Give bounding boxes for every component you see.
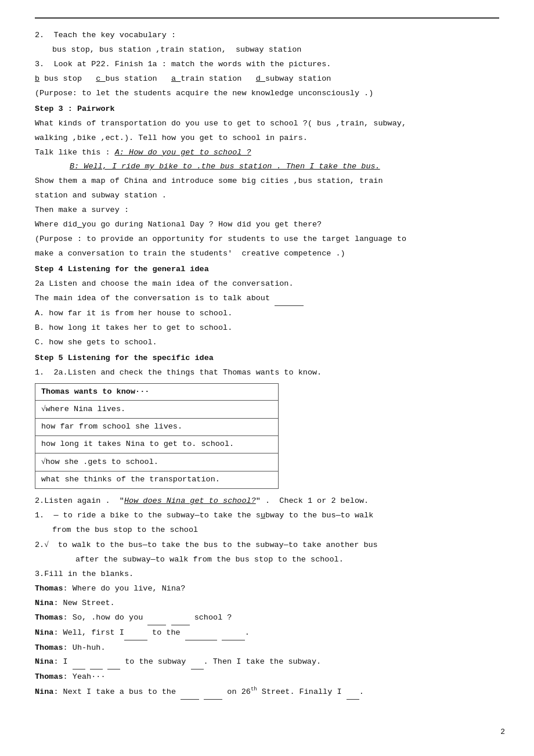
dialogue-nina-2: Nina: Well, first I to the .: [35, 627, 499, 640]
top-divider: [35, 17, 499, 19]
table-row-1: √where Nina lives.: [35, 401, 279, 419]
step3-line8: Where did you go during National Day ? H…: [35, 218, 499, 232]
step4-line2: The main idea of the conversation is to …: [35, 292, 499, 306]
step4-optB: B. how long it takes her to get to schoo…: [35, 322, 499, 335]
talk-A: A: How do you get to school ?: [115, 148, 251, 157]
dialogue-thomas-2: Thomas: So, .how do you school ?: [35, 611, 499, 625]
table-row-4: √how she .gets to school.: [35, 453, 279, 471]
dialogue-thomas-1: Thomas: Where do you live, Nina?: [35, 582, 499, 596]
section-2: 2. Teach the key vocabulary : bus stop, …: [35, 29, 499, 100]
table-header: Thomas wants to know···: [35, 383, 279, 401]
answer-a: a: [171, 74, 181, 83]
thomas-knows-table: Thomas wants to know··· √where Nina live…: [35, 383, 279, 489]
step3-line1: What kinds of transportation do you use …: [35, 117, 499, 131]
step4-optA: A. how far it is from her house to schoo…: [35, 307, 499, 321]
step5-heading: Step 5 Listening for the specific idea: [35, 352, 499, 365]
step3-line4: B: Well, I ride my bike to .the bus stat…: [70, 160, 499, 174]
line-purpose-1: (Purpose: to let the students acquire th…: [35, 87, 499, 100]
step3-line3: Talk like this : A: How do you get to sc…: [35, 146, 499, 160]
answer-b: b: [35, 74, 39, 83]
dialogue-thomas-3: Thomas: Uh-huh.: [35, 642, 499, 655]
step-4-section: Step 4 Listening for the general idea 2a…: [35, 263, 499, 350]
step5-sub1: 1. 2a.Listen and check the things that T…: [35, 366, 499, 380]
step-3-section: Step 3 : Pairwork What kinds of transpor…: [35, 103, 499, 261]
step4-line1: 2a Listen and choose the main idea of th…: [35, 278, 499, 291]
answer-d: d: [256, 74, 265, 83]
step5-sub3: 3.Fill in the blanks.: [35, 568, 499, 581]
line-vocab-list: bus stop, bus station ,train station, su…: [52, 44, 499, 57]
step5-opt1-line2: from the bus stop to the school: [52, 524, 499, 537]
table-row-5: what she thinks of the transportation.: [35, 471, 279, 489]
dialogue-nina-4: Nina: Next I take a bus to the on 26th S…: [35, 685, 499, 699]
sub2-question: How does Nina get to school?: [124, 496, 256, 505]
line-look-p22: 3. Look at P22. Finish 1a : match the wo…: [35, 58, 499, 71]
step5-opt1-line1: 1. — to ride a bike to the subway—to tak…: [35, 509, 499, 523]
step5-opt2-line1: 2.√ to walk to the bus—to take the bus t…: [35, 538, 499, 552]
line-match-answers: b bus stop c bus station a train station…: [35, 73, 499, 86]
step3-line5: Show them a map of China and introduce s…: [35, 175, 499, 188]
step3-line7: Then make a survey :: [35, 204, 499, 217]
talk-B: B: Well, I ride my bike to .the bus stat…: [70, 162, 380, 171]
table-row-3: how long it takes Nina to get to. school…: [35, 436, 279, 453]
step4-heading: Step 4 Listening for the general idea: [35, 263, 499, 276]
step-5-section: Step 5 Listening for the specific idea 1…: [35, 352, 499, 700]
step5-sub2-intro: 2.Listen again . "How does Nina get to s…: [35, 495, 499, 508]
step3-purpose1: (Purpose : to provide an opportunity for…: [35, 233, 499, 246]
line-teach-vocab: 2. Teach the key vocabulary :: [35, 29, 499, 42]
step3-line6: station and subway station .: [35, 189, 499, 203]
step4-optC: C. how she gets to school.: [35, 336, 499, 350]
dialogue-nina-3: Nina: I to the subway . Then I take the …: [35, 656, 499, 669]
dialogue-nina-1: Nina: New Street.: [35, 597, 499, 610]
answer-c: c: [96, 74, 105, 83]
table-row-2: how far from school she lives.: [35, 419, 279, 436]
dialogue-thomas-4: Thomas: Yeah···: [35, 671, 499, 684]
step3-line2: walking ,bike ,ect.). Tell how you get t…: [35, 132, 499, 145]
step5-opt2-line2: after the subway—to walk from the bus st…: [75, 553, 499, 567]
step3-purpose2: make a conversation to train the student…: [35, 247, 499, 261]
step3-heading: Step 3 : Pairwork: [35, 103, 499, 116]
